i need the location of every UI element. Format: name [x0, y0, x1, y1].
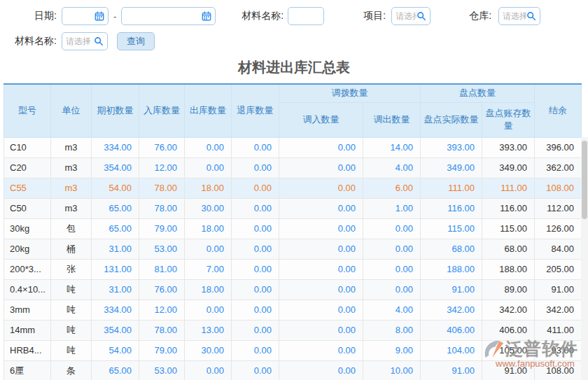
search-icon[interactable]	[526, 11, 536, 21]
query-button[interactable]: 查询	[117, 32, 155, 50]
cell-out-qty: 0.00	[185, 137, 232, 157]
cell-transfer-out: 0.00	[363, 218, 421, 239]
material-select-placeholder: 请选择	[66, 36, 94, 48]
cell-transfer-out: 1.00	[363, 198, 421, 218]
cell-balance: 108.00	[535, 360, 582, 380]
cell-transfer-out: 8.00	[363, 320, 421, 340]
table-row[interactable]: HRB4...吨54.0079.0030.000.000.009.00104.0…	[4, 340, 582, 360]
cell-transfer-out: 4.00	[363, 157, 421, 178]
col-header-transfer-out[interactable]: 调出数量	[363, 102, 421, 137]
cell-unit: 条	[51, 360, 92, 380]
col-header-return-qty[interactable]: 退库数量	[232, 84, 279, 137]
cell-model: 6厘	[4, 360, 51, 380]
cell-in-qty: 78.00	[139, 178, 185, 198]
date-from-input[interactable]	[66, 8, 94, 24]
cell-inventory-book: 89.00	[482, 279, 535, 300]
material-name-input[interactable]	[292, 8, 320, 24]
cell-transfer-in: 0.00	[279, 279, 363, 300]
cell-inventory-book: 116.00	[482, 198, 535, 218]
calendar-icon[interactable]	[202, 11, 211, 21]
cell-inventory-book: 349.00	[482, 157, 535, 178]
cell-out-qty: 18.00	[185, 178, 232, 198]
cell-balance: 362.00	[535, 157, 582, 178]
cell-out-qty: 0.00	[185, 157, 232, 178]
cell-initial-qty: 334.00	[92, 300, 139, 320]
date-range-separator: -	[113, 11, 116, 22]
cell-model: 0.4×10...	[4, 279, 51, 300]
search-icon[interactable]	[94, 36, 104, 46]
table-row[interactable]: C55m354.0078.0018.000.000.006.00111.0011…	[4, 178, 582, 198]
cell-return-qty: 0.00	[232, 279, 279, 300]
page: 日期: - 材料名称: 项目: 请选择	[0, 0, 588, 380]
cell-return-qty: 0.00	[232, 198, 279, 218]
material-select[interactable]: 请选择	[62, 32, 108, 50]
table-row[interactable]: 6厘条65.0053.000.000.000.0010.0091.0091.00…	[4, 360, 582, 380]
table-row[interactable]: 20kg桶31.0053.000.000.000.000.0068.0068.0…	[4, 239, 582, 259]
table-row[interactable]: C10m3334.0076.000.000.000.0014.00393.003…	[4, 137, 582, 157]
col-header-in-qty[interactable]: 入库数量	[139, 84, 185, 137]
material-name-label: 材料名称:	[241, 10, 284, 22]
col-header-balance[interactable]: 结余	[535, 84, 582, 137]
cell-in-qty: 79.00	[139, 218, 185, 239]
table-row[interactable]: C20m3354.0012.000.000.000.004.00349.0034…	[4, 157, 582, 178]
cell-inventory-book: 68.00	[482, 239, 535, 259]
cell-transfer-in: 0.00	[279, 239, 363, 259]
cell-inventory-book: 115.00	[482, 218, 535, 239]
cell-transfer-in: 0.00	[279, 300, 363, 320]
cell-transfer-in: 0.00	[279, 198, 363, 218]
cell-unit: m3	[51, 178, 92, 198]
cell-initial-qty: 31.00	[92, 239, 139, 259]
cell-inventory-actual: 342.00	[421, 300, 482, 320]
cell-model: C55	[4, 178, 51, 198]
col-header-inventory-book[interactable]: 盘点账存数量	[482, 102, 535, 137]
col-header-initial-qty[interactable]: 期初数量	[92, 84, 139, 137]
table-row[interactable]: C50m365.0078.0030.000.000.001.00116.0011…	[4, 198, 582, 218]
col-group-transfer[interactable]: 调拨数量	[279, 84, 421, 102]
cell-return-qty: 0.00	[232, 259, 279, 279]
cell-unit: m3	[51, 157, 92, 178]
col-header-out-qty[interactable]: 出库数量	[185, 84, 232, 137]
search-icon[interactable]	[416, 11, 426, 21]
table-row[interactable]: 0.4×10...吨31.0076.0018.000.000.000.0091.…	[4, 279, 582, 300]
table-row[interactable]: 30kg包65.0079.0018.000.000.000.00115.0011…	[4, 218, 582, 239]
date-to-input[interactable]	[125, 8, 202, 24]
col-header-transfer-in[interactable]: 调入数量	[279, 102, 363, 137]
cell-in-qty: 78.00	[139, 198, 185, 218]
material-select-label: 材料名称:	[0, 35, 62, 48]
cell-model: 14mm	[4, 320, 51, 340]
table-row[interactable]: 14mm吨354.0078.0013.000.000.008.00406.004…	[4, 320, 582, 340]
col-header-inventory-actual[interactable]: 盘点实际数量	[421, 102, 482, 137]
cell-model: 20kg	[4, 239, 51, 259]
cell-initial-qty: 65.00	[92, 218, 139, 239]
table-body: C10m3334.0076.000.000.000.0014.00393.003…	[4, 137, 582, 380]
col-group-inventory[interactable]: 盘点数量	[421, 84, 535, 102]
cell-inventory-actual: 111.00	[421, 178, 482, 198]
cell-inventory-book: 342.00	[482, 300, 535, 320]
cell-transfer-in: 0.00	[279, 157, 363, 178]
cell-return-qty: 0.00	[232, 320, 279, 340]
table-row[interactable]: 3mm吨334.0012.000.000.000.004.00342.00342…	[4, 300, 582, 320]
col-header-unit[interactable]: 单位	[51, 84, 92, 137]
cell-initial-qty: 65.00	[92, 360, 139, 380]
material-name-field[interactable]	[288, 7, 324, 25]
warehouse-select[interactable]: 请选择	[498, 7, 540, 25]
project-label: 项目:	[363, 10, 386, 22]
calendar-icon[interactable]	[94, 11, 104, 21]
date-from-field[interactable]	[62, 7, 108, 25]
table-row[interactable]: 200*3...张131.0081.007.000.000.000.00188.…	[4, 259, 582, 279]
cell-inventory-actual: 68.00	[421, 239, 482, 259]
project-placeholder: 请选择	[396, 10, 416, 22]
cell-balance: 93.00	[535, 340, 582, 360]
cell-in-qty: 12.00	[139, 157, 185, 178]
scrollbar-thumb[interactable]	[582, 141, 587, 219]
cell-out-qty: 18.00	[185, 279, 232, 300]
vertical-scrollbar[interactable]	[581, 137, 588, 380]
filter-bar: 日期: - 材料名称: 项目: 请选择	[0, 0, 588, 52]
date-to-field[interactable]	[121, 7, 216, 25]
cell-inventory-actual: 116.00	[421, 198, 482, 218]
project-select[interactable]: 请选择	[391, 7, 430, 25]
cell-return-qty: 0.00	[232, 340, 279, 360]
col-header-model[interactable]: 型号	[4, 84, 51, 137]
page-title: 材料进出库汇总表	[0, 58, 588, 77]
cell-in-qty: 53.00	[139, 360, 185, 380]
